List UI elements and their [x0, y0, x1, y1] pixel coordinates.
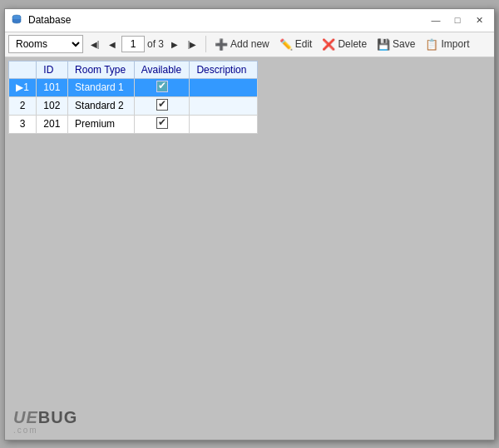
edit-button[interactable]: ✏️ Edit [276, 35, 316, 53]
nav-last-button[interactable]: |▶ [184, 36, 200, 52]
checkbox-available[interactable] [156, 117, 168, 129]
col-header-description[interactable]: Description [190, 61, 258, 78]
col-header-room-type[interactable]: Room Type [68, 61, 135, 78]
toolbar-separator-1 [205, 36, 206, 52]
edit-label: Edit [295, 38, 313, 50]
col-header-indicator [9, 61, 37, 78]
save-label: Save [393, 38, 415, 50]
table-area: ID Room Type Available Description ▶1101… [5, 57, 494, 440]
cell-id: 102 [37, 96, 68, 115]
cell-description [190, 78, 258, 96]
row-indicator: ▶1 [9, 78, 37, 96]
cell-room-type: Premium [68, 115, 135, 133]
window-controls: — □ ✕ [426, 12, 489, 28]
delete-button[interactable]: ❌ Delete [319, 35, 370, 53]
close-button[interactable]: ✕ [469, 12, 489, 28]
watermark: UEBUG .com [13, 409, 77, 435]
row-indicator: 3 [9, 115, 37, 133]
col-header-id[interactable]: ID [37, 61, 68, 78]
cell-room-type: Standard 2 [68, 96, 135, 115]
navigation-group: ◀| ◀ of 3 ▶ |▶ [86, 36, 200, 52]
maximize-button[interactable]: □ [447, 12, 467, 28]
table-row[interactable]: 2102Standard 2 [9, 96, 258, 115]
row-indicator: 2 [9, 96, 37, 115]
cell-description [190, 115, 258, 133]
cell-id: 201 [37, 115, 68, 133]
watermark-logo: UEBUG [13, 409, 77, 426]
nav-prev-button[interactable]: ◀ [104, 36, 121, 52]
data-table: ID Room Type Available Description ▶1101… [8, 61, 258, 134]
add-new-label: Add new [230, 38, 269, 50]
delete-icon: ❌ [322, 38, 335, 51]
col-header-available[interactable]: Available [134, 61, 190, 78]
toolbar: Rooms ◀| ◀ of 3 ▶ |▶ ➕ Add new ✏️ Edit ❌… [5, 32, 494, 57]
delete-label: Delete [338, 38, 367, 50]
edit-icon: ✏️ [279, 38, 293, 51]
window-title: Database [28, 14, 426, 26]
save-icon: 💾 [377, 38, 390, 51]
page-input[interactable] [121, 36, 145, 52]
checkbox-available[interactable] [156, 99, 168, 111]
import-label: Import [441, 38, 469, 50]
table-header-row: ID Room Type Available Description [9, 61, 258, 78]
import-icon: 📋 [425, 38, 438, 51]
cell-available[interactable] [134, 96, 190, 115]
add-new-button[interactable]: ➕ Add new [211, 35, 273, 53]
minimize-button[interactable]: — [426, 12, 446, 28]
watermark-sub: .com [13, 426, 38, 435]
save-button[interactable]: 💾 Save [373, 35, 418, 53]
table-selector[interactable]: Rooms [8, 35, 83, 53]
cell-room-type: Standard 1 [68, 78, 135, 96]
nav-next-button[interactable]: ▶ [166, 36, 183, 52]
database-icon [10, 13, 23, 27]
cell-available[interactable] [134, 78, 190, 96]
import-button[interactable]: 📋 Import [422, 35, 472, 53]
nav-first-button[interactable]: ◀| [86, 36, 103, 52]
page-of-text: of 3 [147, 38, 164, 50]
cell-available[interactable] [134, 115, 190, 133]
title-bar: Database — □ ✕ [5, 9, 494, 32]
table-row[interactable]: 3201Premium [9, 115, 258, 133]
checkbox-available[interactable] [156, 81, 168, 92]
main-window: Database — □ ✕ Rooms ◀| ◀ of 3 ▶ |▶ ➕ Ad… [4, 8, 495, 441]
cell-id: 101 [37, 78, 68, 96]
table-row[interactable]: ▶1101Standard 1 [9, 78, 258, 96]
add-icon: ➕ [215, 38, 228, 51]
cell-description [190, 96, 258, 115]
